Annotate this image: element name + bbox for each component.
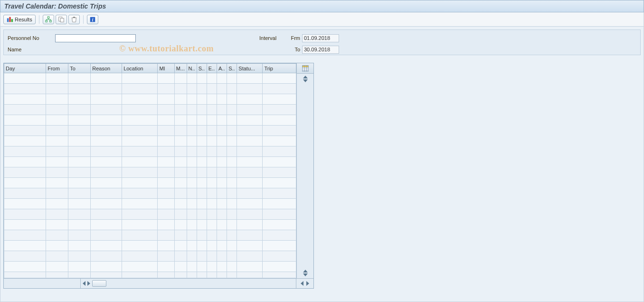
table-cell[interactable] — [174, 136, 187, 146]
table-cell[interactable] — [174, 105, 187, 115]
table-cell[interactable] — [263, 230, 296, 241]
column-header[interactable]: S.. — [197, 64, 207, 73]
table-cell[interactable] — [91, 84, 122, 94]
table-cell[interactable] — [122, 220, 158, 230]
table-cell[interactable] — [91, 105, 122, 115]
table-cell[interactable] — [91, 115, 122, 126]
table-cell[interactable] — [174, 84, 187, 94]
table-cell[interactable] — [207, 188, 217, 199]
table-cell[interactable] — [4, 157, 46, 167]
table-cell[interactable] — [197, 230, 207, 241]
table-cell[interactable] — [207, 230, 217, 241]
table-cell[interactable] — [158, 136, 174, 146]
table-cell[interactable] — [227, 136, 237, 146]
table-cell[interactable] — [237, 126, 263, 136]
personnel-no-input[interactable] — [55, 34, 136, 42]
table-cell[interactable] — [122, 126, 158, 136]
table-cell[interactable] — [158, 251, 174, 262]
table-cell[interactable] — [197, 115, 207, 126]
table-cell[interactable] — [207, 167, 217, 178]
table-cell[interactable] — [4, 199, 46, 209]
table-cell[interactable] — [237, 199, 263, 209]
table-cell[interactable] — [207, 73, 217, 84]
table-cell[interactable] — [158, 157, 174, 167]
table-cell[interactable] — [4, 126, 46, 136]
table-cell[interactable] — [237, 241, 263, 251]
table-cell[interactable] — [207, 146, 217, 157]
table-cell[interactable] — [207, 115, 217, 126]
scroll-down-end-icon[interactable] — [303, 273, 308, 276]
info-button[interactable]: i — [87, 15, 98, 24]
table-cell[interactable] — [217, 157, 227, 167]
table-cell[interactable] — [237, 136, 263, 146]
table-cell[interactable] — [158, 94, 174, 105]
table-cell[interactable] — [187, 146, 197, 157]
table-cell[interactable] — [263, 105, 296, 115]
table-cell[interactable] — [187, 209, 197, 220]
table-cell[interactable] — [4, 262, 46, 272]
table-cell[interactable] — [217, 105, 227, 115]
table-cell[interactable] — [237, 105, 263, 115]
table-cell[interactable] — [217, 115, 227, 126]
table-cell[interactable] — [227, 84, 237, 94]
table-cell[interactable] — [187, 199, 197, 209]
table-cell[interactable] — [197, 188, 207, 199]
scroll-up-end-icon[interactable] — [303, 270, 308, 273]
table-cell[interactable] — [174, 262, 187, 272]
table-cell[interactable] — [227, 105, 237, 115]
table-cell[interactable] — [46, 167, 68, 178]
table-cell[interactable] — [227, 178, 237, 188]
table-cell[interactable] — [237, 220, 263, 230]
table-cell[interactable] — [227, 94, 237, 105]
table-cell[interactable] — [68, 115, 91, 126]
table-cell[interactable] — [46, 241, 68, 251]
table-cell[interactable] — [217, 251, 227, 262]
horizontal-scrollbar[interactable] — [4, 278, 313, 288]
table-cell[interactable] — [263, 209, 296, 220]
table-cell[interactable] — [91, 251, 122, 262]
column-header[interactable]: Reason — [91, 64, 122, 73]
table-cell[interactable] — [197, 136, 207, 146]
table-cell[interactable] — [237, 167, 263, 178]
table-cell[interactable] — [68, 94, 91, 105]
table-cell[interactable] — [4, 209, 46, 220]
table-row[interactable] — [4, 73, 296, 84]
table-row[interactable] — [4, 157, 296, 167]
table-cell[interactable] — [227, 209, 237, 220]
table-cell[interactable] — [68, 220, 91, 230]
table-cell[interactable] — [4, 167, 46, 178]
table-cell[interactable] — [207, 220, 217, 230]
table-row[interactable] — [4, 220, 296, 230]
table-cell[interactable] — [263, 178, 296, 188]
table-cell[interactable] — [91, 209, 122, 220]
hierarchy-button[interactable] — [43, 15, 54, 24]
table-cell[interactable] — [187, 220, 197, 230]
table-cell[interactable] — [122, 157, 158, 167]
table-cell[interactable] — [68, 167, 91, 178]
table-cell[interactable] — [227, 220, 237, 230]
table-cell[interactable] — [263, 220, 296, 230]
table-cell[interactable] — [187, 241, 197, 251]
table-cell[interactable] — [91, 188, 122, 199]
table-cell[interactable] — [158, 230, 174, 241]
scroll-left-end-icon[interactable] — [301, 281, 303, 286]
table-cell[interactable] — [91, 230, 122, 241]
table-cell[interactable] — [217, 241, 227, 251]
table-cell[interactable] — [122, 94, 158, 105]
table-cell[interactable] — [68, 126, 91, 136]
table-cell[interactable] — [158, 115, 174, 126]
column-header[interactable]: Day — [4, 64, 46, 73]
table-cell[interactable] — [68, 136, 91, 146]
table-cell[interactable] — [122, 84, 158, 94]
table-cell[interactable] — [122, 136, 158, 146]
table-cell[interactable] — [122, 146, 158, 157]
table-cell[interactable] — [68, 84, 91, 94]
copy-button[interactable] — [56, 15, 67, 24]
table-cell[interactable] — [174, 73, 187, 84]
table-cell[interactable] — [237, 178, 263, 188]
table-cell[interactable] — [174, 115, 187, 126]
table-cell[interactable] — [46, 178, 68, 188]
table-cell[interactable] — [197, 73, 207, 84]
table-cell[interactable] — [122, 73, 158, 84]
table-cell[interactable] — [263, 73, 296, 84]
